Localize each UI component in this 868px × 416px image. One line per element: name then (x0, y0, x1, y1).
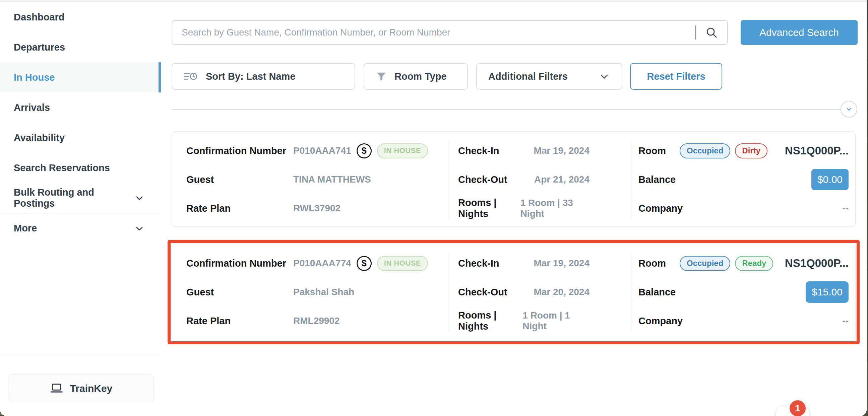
reservation-id-column: Confirmation Number P010AAA774 $ IN HOUS… (172, 244, 448, 340)
room-row: Room Occupied Ready NS1Q000P... (639, 249, 848, 278)
guest-label: Guest (186, 174, 293, 185)
room-balance-column: Room Occupied Ready NS1Q000P... Balance … (632, 244, 855, 340)
guest-label: Guest (186, 287, 293, 298)
balance-label: Balance (639, 287, 676, 298)
sidebar-item-label: Bulk Routing and Postings (14, 187, 134, 209)
check-in-row: Check-In Mar 19, 2024 (458, 249, 632, 278)
reset-filters-button[interactable]: Reset Filters (630, 63, 722, 90)
sidebar-item-label: Dashboard (14, 12, 64, 23)
confirmation-label: Confirmation Number (186, 258, 293, 269)
check-out-value: Mar 20, 2024 (533, 287, 589, 297)
main-content: Advanced Search Sort By: Last Name Room … (161, 2, 867, 416)
rooms-nights-label: Rooms | Nights (458, 197, 521, 219)
reservation-id-column: Confirmation Number P010AAA741 $ IN HOUS… (172, 132, 448, 226)
rooms-nights-value: 1 Room | 1 Night (523, 310, 589, 331)
sidebar-footer-divider (0, 355, 161, 355)
sidebar-item-label: Departures (14, 42, 65, 53)
confirmation-label: Confirmation Number (186, 146, 293, 156)
chevron-down-icon (598, 70, 610, 83)
room-row: Room Occupied Dirty NS1Q000P... (639, 136, 848, 165)
sidebar-item-in-house[interactable]: In House (0, 62, 161, 92)
additional-filters-label: Additional Filters (488, 71, 568, 82)
sidebar-item-label: In House (14, 72, 55, 83)
funnel-icon (376, 71, 387, 82)
room-number: NS1Q000P... (785, 145, 848, 157)
advanced-search-button[interactable]: Advanced Search (741, 20, 858, 45)
check-out-row: Check-Out Apr 21, 2024 (458, 165, 632, 194)
housekeeping-badge: Ready (735, 256, 773, 271)
check-in-value: Mar 19, 2024 (533, 258, 589, 268)
confirmation-value: P010AAA774 (293, 258, 351, 268)
confirmation-row: Confirmation Number P010AAA741 $ IN HOUS… (186, 136, 448, 165)
app-window: Dashboard Departures In House Arrivals A… (0, 0, 867, 416)
balance-label: Balance (639, 174, 676, 185)
stay-dates-column: Check-In Mar 19, 2024 Check-Out Mar 20, … (448, 244, 632, 340)
balance-chip[interactable]: $0.00 (811, 169, 848, 190)
company-value: -- (842, 203, 848, 214)
balance-row: Balance $0.00 (639, 165, 848, 194)
check-out-value: Apr 21, 2024 (534, 174, 589, 185)
sidebar-item-arrivals[interactable]: Arrivals (0, 92, 161, 123)
search-box[interactable] (172, 20, 728, 45)
guest-value: Pakshal Shah (293, 287, 354, 297)
sidebar-item-availability[interactable]: Availability (0, 123, 161, 153)
rooms-nights-row: Rooms | Nights 1 Room | 1 Night (458, 307, 632, 335)
room-number: NS1Q000P... (785, 257, 848, 269)
rate-plan-row: Rate Plan RWL37902 (186, 194, 448, 223)
company-row: Company -- (639, 307, 848, 335)
room-label: Room (639, 258, 680, 269)
highlight-frame: Confirmation Number P010AAA774 $ IN HOUS… (167, 240, 860, 344)
dollar-icon[interactable]: $ (356, 143, 372, 158)
search-divider (695, 26, 696, 39)
collapse-divider (172, 101, 857, 118)
balance-chip[interactable]: $15.00 (806, 281, 848, 303)
search-input[interactable] (172, 27, 695, 38)
collapse-toggle[interactable] (840, 101, 857, 118)
company-label: Company (639, 203, 683, 214)
sort-by-label: Sort By: Last Name (206, 71, 296, 82)
sidebar-item-more[interactable]: More (0, 213, 161, 243)
sort-icon (184, 70, 198, 83)
status-badge: IN HOUSE (377, 256, 428, 271)
room-balance-column: Room Occupied Dirty NS1Q000P... Balance … (632, 132, 855, 226)
rooms-nights-value: 1 Room | 33 Night (521, 198, 589, 219)
guest-row: Guest Pakshal Shah (186, 278, 448, 307)
rooms-nights-row: Rooms | Nights 1 Room | 33 Night (458, 194, 632, 223)
sidebar-item-label: Availability (14, 132, 65, 143)
rate-plan-value: RWL37902 (293, 203, 341, 214)
room-type-filter[interactable]: Room Type (364, 63, 468, 90)
occupancy-badge: Occupied (680, 143, 730, 158)
confirmation-value: P010AAA741 (293, 146, 351, 156)
rooms-nights-label: Rooms | Nights (458, 310, 523, 332)
sidebar-item-label: Arrivals (14, 102, 50, 113)
laptop-icon (50, 383, 63, 394)
search-icon[interactable] (705, 26, 718, 39)
sidebar-item-bulk-routing[interactable]: Bulk Routing and Postings (0, 183, 161, 213)
check-in-row: Check-In Mar 19, 2024 (458, 136, 632, 165)
sort-by-dropdown[interactable]: Sort By: Last Name (172, 63, 355, 90)
rate-plan-label: Rate Plan (186, 316, 293, 327)
stay-dates-column: Check-In Mar 19, 2024 Check-Out Apr 21, … (448, 132, 632, 226)
check-in-label: Check-In (458, 146, 499, 156)
check-out-row: Check-Out Mar 20, 2024 (458, 278, 632, 307)
divider-line (172, 109, 842, 110)
sidebar-item-search-reservations[interactable]: Search Reservations (0, 153, 161, 183)
room-type-label: Room Type (395, 71, 447, 82)
additional-filters-dropdown[interactable]: Additional Filters (476, 63, 622, 90)
sidebar-item-departures[interactable]: Departures (0, 32, 161, 62)
rate-plan-value: RML29902 (293, 316, 340, 326)
sidebar-item-label: Search Reservations (14, 162, 110, 173)
browser-edge-strip (0, 0, 867, 2)
dollar-icon[interactable]: $ (356, 256, 372, 271)
trainkey-button[interactable]: TrainKey (9, 375, 154, 402)
guest-value: TINA MATTHEWS (293, 174, 371, 185)
check-out-label: Check-Out (458, 174, 507, 185)
reservation-card-highlighted[interactable]: Confirmation Number P010AAA774 $ IN HOUS… (172, 244, 856, 340)
reservation-card[interactable]: Confirmation Number P010AAA741 $ IN HOUS… (172, 131, 856, 227)
sidebar-item-label: More (14, 223, 37, 234)
sidebar-nav: Dashboard Departures In House Arrivals A… (0, 2, 161, 243)
occupancy-badge: Occupied (680, 256, 730, 271)
check-out-label: Check-Out (458, 287, 507, 298)
sidebar-item-dashboard[interactable]: Dashboard (0, 2, 161, 32)
company-row: Company -- (639, 194, 848, 223)
